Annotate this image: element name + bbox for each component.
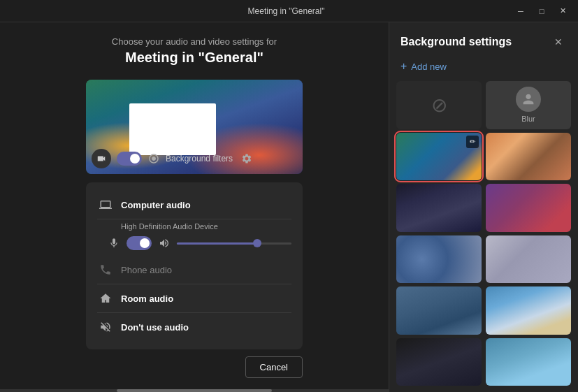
volume-slider[interactable] (177, 242, 291, 245)
meeting-subtitle: Choose your audio and video settings for (112, 36, 277, 47)
title-bar: Meeting in "General" ─ □ ✕ (0, 0, 578, 22)
phone-audio-content: Phone audio (121, 265, 291, 275)
window-controls: ─ □ ✕ (511, 3, 572, 19)
volume-icon (159, 238, 170, 249)
bg-dark-room-item[interactable] (396, 338, 482, 386)
maximize-button[interactable]: □ (532, 3, 551, 19)
main-content: Choose your audio and video settings for… (0, 22, 578, 392)
audio-device-row: High Definition Audio Device (97, 219, 291, 236)
no-audio-content: Don't use audio (121, 322, 291, 333)
audio-controls-row (97, 236, 291, 256)
audio-device-label: High Definition Audio Device (121, 222, 218, 231)
scroll-indicator (0, 389, 389, 392)
close-button[interactable]: ✕ (553, 3, 572, 19)
bg-notes-item[interactable] (486, 235, 571, 284)
video-controls: Background filters (92, 149, 255, 168)
bg-blur-item[interactable]: Blur (486, 81, 571, 129)
cancel-button[interactable]: Cancel (245, 356, 303, 378)
bg-blue-bubbles-item[interactable] (396, 235, 482, 284)
no-audio-icon (97, 319, 114, 335)
background-settings-panel: Background settings ✕ + Add new ⊘ Blur (389, 22, 578, 392)
blur-label: Blur (521, 115, 535, 123)
mic-icon (108, 238, 120, 249)
cancel-row: Cancel (86, 349, 303, 378)
add-new-icon: + (400, 60, 407, 73)
computer-audio-label: Computer audio (121, 200, 291, 210)
add-new-label: Add new (411, 61, 447, 72)
settings-button[interactable] (238, 150, 255, 167)
audio-section: Computer audio High Definition Audio Dev… (86, 182, 303, 349)
edit-overlay: ✏ (466, 136, 479, 148)
meeting-header: Choose your audio and video settings for… (112, 36, 277, 66)
no-audio-label: Don't use audio (121, 322, 291, 333)
bg-desert-item[interactable] (486, 133, 571, 181)
scroll-bar (117, 389, 272, 392)
video-preview: Background filters (86, 80, 303, 174)
background-filters-icon (147, 152, 160, 165)
background-grid: ⊘ Blur ✏ (389, 81, 578, 392)
bg-none-item[interactable]: ⊘ (396, 81, 482, 129)
room-audio-content: Room audio (121, 293, 291, 304)
computer-audio-icon (97, 196, 114, 213)
no-background-icon: ⊘ (431, 94, 447, 117)
bg-purple-item[interactable] (486, 184, 571, 232)
computer-audio-content: Computer audio (121, 200, 291, 210)
room-audio-item[interactable]: Room audio (97, 284, 291, 313)
video-overlay (129, 103, 216, 155)
window-title: Meeting in "General" (62, 6, 511, 16)
camera-button[interactable] (92, 149, 111, 168)
left-panel: Choose your audio and video settings for… (0, 22, 389, 392)
bg-underwater-item[interactable]: ✏ (396, 133, 482, 181)
bg-outdoor-item[interactable] (486, 338, 571, 386)
phone-audio-item[interactable]: Phone audio (97, 256, 291, 284)
phone-audio-label: Phone audio (121, 265, 291, 275)
computer-audio-item[interactable]: Computer audio (97, 191, 291, 219)
add-new-button[interactable]: + Add new (389, 56, 578, 81)
minimize-button[interactable]: ─ (511, 3, 530, 19)
bg-close-button[interactable]: ✕ (550, 34, 567, 50)
room-audio-icon (97, 290, 114, 307)
meeting-title: Meeting in "General" (112, 50, 277, 66)
audio-toggle[interactable] (127, 236, 152, 250)
bg-beach-item[interactable] (486, 286, 571, 335)
bg-room-item[interactable] (396, 184, 482, 232)
room-audio-label: Room audio (121, 293, 291, 304)
camera-toggle[interactable] (117, 152, 142, 166)
background-filters-label[interactable]: Background filters (166, 154, 233, 164)
phone-audio-icon (97, 261, 114, 278)
blur-avatar (516, 87, 541, 112)
bg-hotel-item[interactable] (396, 286, 482, 335)
bg-panel-header: Background settings ✕ (389, 22, 578, 56)
bg-panel-title: Background settings (400, 36, 512, 48)
no-audio-item[interactable]: Don't use audio (97, 313, 291, 341)
